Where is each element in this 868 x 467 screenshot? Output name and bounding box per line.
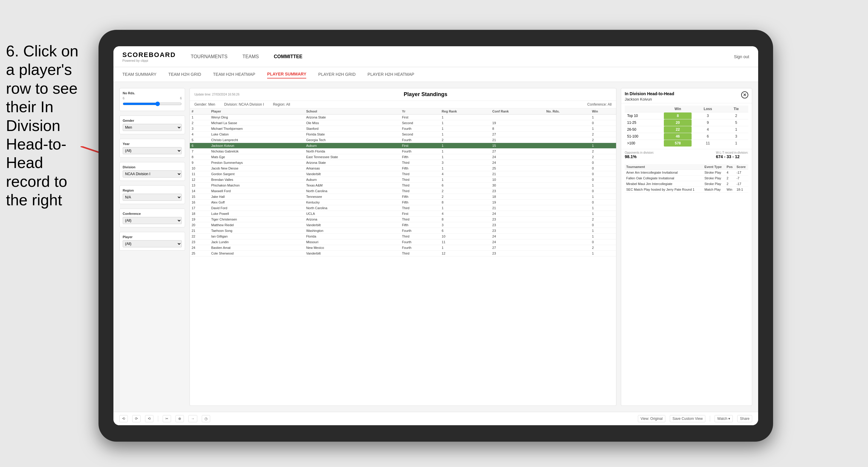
sub-nav-team-summary[interactable]: TEAM SUMMARY — [122, 70, 156, 78]
row-reg: 1 — [440, 120, 491, 126]
player-section: Player (All) — [119, 232, 185, 251]
gender-select[interactable]: Men — [123, 124, 182, 131]
undo-button[interactable]: ⟲ — [119, 415, 128, 422]
row-conf: 10 — [490, 177, 545, 183]
standings-row[interactable]: 10 Jacob New Diesse Arkansas Fifth 1 25 … — [190, 166, 616, 171]
close-button[interactable]: ✕ — [741, 91, 748, 98]
row-player: Maxwell Ford — [210, 188, 305, 194]
standings-row[interactable]: 22 Ian Gilligan Florida Third 10 24 1 — [190, 234, 616, 239]
col-conf: Conf Rank — [490, 108, 545, 115]
row-player: Ian Gilligan — [210, 234, 305, 239]
standings-row[interactable]: 20 Matthew Riedel Vanderbilt Fifth 3 23 … — [190, 222, 616, 228]
row-rds — [545, 177, 590, 183]
standings-row[interactable]: 9 Preston Summerhays Arizona State Third… — [190, 160, 616, 166]
standings-row[interactable]: 4 Luke Claton Florida State Second 1 27 … — [190, 132, 616, 137]
row-player: Cole Sherwood — [210, 251, 305, 256]
bottom-toolbar: ⟲ ⟳ ⟲ ✂ ⊕ → ◷ View: Original Save Custom… — [114, 412, 758, 425]
watch-button[interactable]: Watch ▾ — [715, 415, 733, 422]
year-select[interactable]: (All) — [123, 147, 182, 154]
row-yr: Fourth — [400, 149, 440, 154]
save-custom-button[interactable]: Save Custom View — [670, 415, 705, 422]
tournament-row: Mirabel Maui Jim Intercollegiate Stroke … — [625, 181, 748, 187]
nav-committee[interactable]: COMMITTEE — [274, 53, 302, 61]
standings-row[interactable]: 11 Gordon Sargent Vanderbilt Third 4 21 … — [190, 171, 616, 177]
share-button[interactable]: Share — [737, 415, 752, 422]
row-yr: Third — [400, 205, 440, 211]
row-conf: 27 — [490, 245, 545, 251]
sub-nav-player-summary[interactable]: PLAYER SUMMARY — [267, 70, 306, 79]
row-school: Vanderbilt — [305, 171, 400, 177]
standings-row[interactable]: 8 Mats Ege East Tennessee State Fifth 1 … — [190, 154, 616, 160]
row-school: Vanderbilt — [305, 251, 400, 256]
row-reg: 8 — [440, 217, 491, 222]
standings-row[interactable]: 25 Cole Sherwood Vanderbilt Third 12 23 … — [190, 251, 616, 256]
sub-nav-player-h2h-heatmap[interactable]: PLAYER H2H HEATMAP — [367, 70, 414, 78]
redo-button[interactable]: ⟳ — [132, 415, 141, 422]
row-num: 25 — [190, 251, 210, 256]
row-player: Luke Powell — [210, 211, 305, 217]
division-select[interactable]: NCAA Division I — [123, 170, 182, 178]
row-win: 2 — [590, 154, 616, 160]
standings-card: Update time: 27/03/2024 16:56:26 Player … — [190, 88, 616, 406]
row-win: 1 — [590, 194, 616, 199]
standings-row[interactable]: 2 Michael La Sasse Ole Miss Second 1 19 … — [190, 120, 616, 126]
standings-row[interactable]: 16 Alex Goff Kentucky Fifth 8 19 0 — [190, 199, 616, 205]
row-num: 24 — [190, 245, 210, 251]
standings-row[interactable]: 13 Phichaksn Maichon Texas A&M Third 6 3… — [190, 183, 616, 188]
clock-button[interactable]: ◷ — [202, 415, 210, 422]
h2h-loss: 9 — [691, 119, 724, 126]
row-num: 23 — [190, 239, 210, 245]
row-conf: 15 — [490, 143, 545, 149]
h2h-breakdown-table: Win Loss Tie Top 10 8 3 2 11-25 20 9 5 — [625, 106, 748, 147]
standings-row[interactable]: 24 Bastien Amat New Mexico Fourth 1 27 2 — [190, 245, 616, 251]
row-rds — [545, 234, 590, 239]
row-player: Nicholas Gabrelcik — [210, 149, 305, 154]
standings-row[interactable]: 1 Wenyi Ding Arizona State First 1 1 — [190, 115, 616, 120]
standings-row[interactable]: 3 Michael Thorbjornsen Stanford Fourth 1… — [190, 126, 616, 132]
h2h-player: Jackson Koivun — [625, 97, 674, 101]
standings-row[interactable]: 21 Taehoon Song Washington Fourth 6 23 1 — [190, 228, 616, 234]
row-yr: Third — [400, 188, 440, 194]
standings-row[interactable]: 15 Jake Hall Tennessee Fifth 2 18 1 — [190, 194, 616, 199]
row-yr: Third — [400, 251, 440, 256]
standings-row[interactable]: 6 Jackson Koivun Auburn First 1 15 1 — [190, 143, 616, 149]
sub-nav-team-h2h-grid[interactable]: TEAM H2H GRID — [168, 70, 201, 78]
region-select[interactable]: N/A — [123, 194, 182, 201]
row-rds — [545, 228, 590, 234]
h2h-col-win: Win — [664, 106, 691, 113]
row-player: Preston Summerhays — [210, 160, 305, 166]
refresh-button[interactable]: ⟲ — [145, 415, 153, 422]
standings-row[interactable]: 14 Maxwell Ford North Carolina Third 2 2… — [190, 188, 616, 194]
row-player: Matthew Riedel — [210, 222, 305, 228]
cut-button[interactable]: ✂ — [163, 415, 171, 422]
standings-row[interactable]: 23 Jack Lundin Missouri Fourth 11 24 0 — [190, 239, 616, 245]
row-player: Jake Hall — [210, 194, 305, 199]
sub-nav-team-h2h-heatmap[interactable]: TEAM H2H HEATMAP — [213, 70, 255, 78]
view-original-button[interactable]: View: Original — [638, 415, 665, 422]
row-win: 1 — [590, 251, 616, 256]
row-school: Georgia Tech — [305, 137, 400, 143]
conference-select[interactable]: (All) — [123, 217, 182, 224]
h2h-col-loss: Loss — [691, 106, 724, 113]
row-conf: 30 — [490, 183, 545, 188]
nav-tournaments[interactable]: TOURNAMENTS — [191, 53, 227, 61]
row-rds — [545, 194, 590, 199]
sub-nav-player-h2h-grid[interactable]: PLAYER H2H GRID — [318, 70, 355, 78]
arrow-button[interactable]: → — [188, 415, 197, 422]
player-select[interactable]: (All) — [123, 240, 182, 247]
standings-row[interactable]: 18 Luke Powell UCLA First 4 24 1 — [190, 211, 616, 217]
standings-row[interactable]: 5 Christo Lamprecht Georgia Tech Fourth … — [190, 137, 616, 143]
t-col-pos: Pos — [725, 164, 735, 170]
gender-section: Gender Men — [119, 116, 185, 134]
sign-out-link[interactable]: Sign out — [734, 54, 749, 59]
add-button[interactable]: ⊕ — [176, 415, 184, 422]
standings-row[interactable]: 7 Nicholas Gabrelcik North Florida Fourt… — [190, 149, 616, 154]
nav-teams[interactable]: TEAMS — [242, 53, 259, 61]
h2h-range: 51-100 — [625, 133, 664, 140]
row-win: 1 — [590, 205, 616, 211]
no-rds-slider[interactable] — [123, 101, 182, 106]
standings-row[interactable]: 17 David Ford North Carolina Third 1 21 … — [190, 205, 616, 211]
row-num: 11 — [190, 171, 210, 177]
standings-row[interactable]: 12 Brendan Valles Auburn Third 1 10 0 — [190, 177, 616, 183]
standings-row[interactable]: 19 Tiger Christensen Arizona Third 8 23 … — [190, 217, 616, 222]
